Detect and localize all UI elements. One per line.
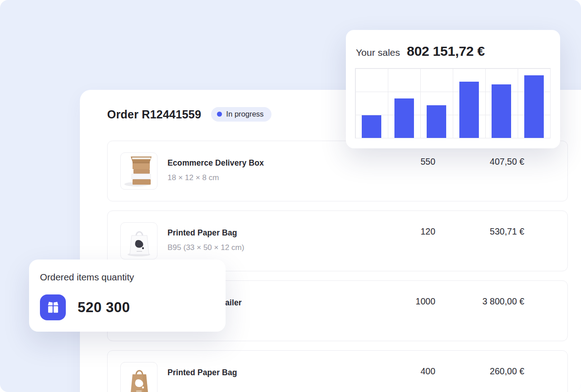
- order-item-row[interactable]: Printed Paper Bag 400 260,00 €: [107, 350, 568, 392]
- quantity-row: 520 300: [40, 294, 130, 320]
- page-background: Order R12441559 In progress: [0, 0, 581, 392]
- chart-bar: [427, 105, 446, 138]
- product-info: Printed Paper Bag B95 (33 × 50 × 12 cm): [167, 228, 385, 252]
- product-name-fragment: ailer: [225, 298, 242, 308]
- sales-header: Your sales 802 151,72 €: [356, 44, 485, 59]
- chart-bar-slot: [518, 69, 551, 138]
- chart-bar: [362, 115, 381, 138]
- quantity-value: 520 300: [78, 299, 130, 316]
- status-badge: In progress: [211, 107, 271, 122]
- chart-bar-slot: [355, 69, 388, 138]
- product-info: Ecommerce Delivery Box 18 × 12 × 8 cm: [167, 158, 385, 182]
- ordered-quantity-card: Ordered items quantity 520 300: [29, 260, 226, 332]
- product-thumbnail-delivery-box: [120, 152, 158, 190]
- product-variant: 18 × 12 × 8 cm: [167, 173, 385, 182]
- item-price: 260,00 €: [435, 366, 524, 377]
- order-item-row[interactable]: Ecommerce Delivery Box 18 × 12 × 8 cm 55…: [107, 141, 568, 201]
- chart-bar-slot: [485, 69, 518, 138]
- status-dot-icon: [217, 112, 222, 117]
- item-quantity: 400: [385, 366, 435, 377]
- sales-card: Your sales 802 151,72 €: [346, 30, 560, 148]
- chart-bar-slot: [420, 69, 453, 138]
- chart-bar-slot: [453, 69, 486, 138]
- chart-bar: [394, 98, 414, 138]
- sales-bar-chart: [355, 68, 551, 138]
- item-quantity: 550: [385, 157, 435, 167]
- item-quantity: 120: [385, 226, 435, 237]
- product-name: Printed Paper Bag: [167, 368, 385, 377]
- sales-amount: 802 151,72 €: [407, 44, 485, 59]
- open-box-icon: [40, 294, 66, 320]
- item-price: 530,71 €: [435, 226, 524, 237]
- product-name: Printed Paper Bag: [167, 228, 385, 238]
- chart-bar: [524, 75, 544, 138]
- product-thumbnail-kraft-paper-bag: [120, 362, 158, 392]
- product-info: Printed Paper Bag: [167, 368, 385, 377]
- quantity-label: Ordered items quantity: [40, 272, 134, 283]
- product-variant: B95 (33 × 50 × 12 cm): [167, 243, 385, 252]
- status-label: In progress: [226, 110, 264, 118]
- product-thumbnail-white-paper-bag: [120, 222, 158, 260]
- order-header: Order R12441559 In progress: [107, 107, 271, 122]
- item-price: 3 800,00 €: [435, 296, 524, 307]
- product-name: Ecommerce Delivery Box: [167, 158, 385, 168]
- chart-bar: [459, 82, 479, 138]
- kraft-paper-bag-image: [121, 363, 157, 392]
- item-quantity: 1000: [385, 296, 435, 307]
- order-title: Order R12441559: [107, 108, 201, 121]
- chart-bar: [492, 84, 511, 138]
- item-price: 407,50 €: [435, 157, 524, 167]
- white-paper-bag-image: [121, 223, 157, 259]
- sales-label: Your sales: [356, 47, 400, 58]
- delivery-box-stack-image: [121, 153, 157, 189]
- chart-bar-slot: [388, 69, 421, 138]
